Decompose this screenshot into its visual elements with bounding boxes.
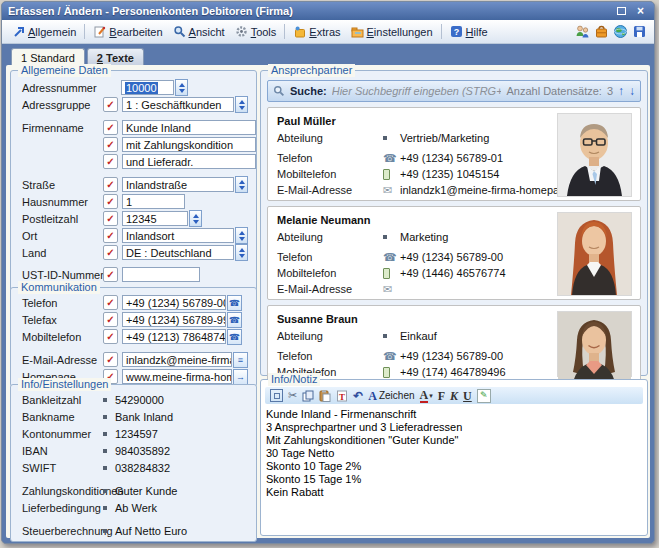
font-color-button[interactable]: A▾ (420, 389, 433, 403)
save-button[interactable] (632, 24, 647, 39)
menu-tools[interactable]: Tools (230, 23, 282, 40)
homepage-open-button[interactable]: → (233, 369, 248, 385)
spinner-down-icon (239, 254, 245, 258)
strasse-checkbox[interactable]: ✓ (103, 177, 118, 192)
strasse-spinner[interactable] (235, 176, 248, 193)
firmenname1-input[interactable]: Kunde Inland (122, 120, 256, 135)
arrow-right-icon: → (236, 372, 245, 382)
adressgruppe-input[interactable]: 1 : Geschäftkunden (122, 97, 234, 112)
menu-ansicht[interactable]: Ansicht (168, 23, 230, 40)
hausnummer-checkbox[interactable]: ✓ (103, 194, 118, 209)
ort-spinner[interactable] (235, 227, 248, 244)
adressgruppe-spinner[interactable] (235, 96, 248, 113)
bullet-icon (383, 334, 387, 338)
land-spinner[interactable] (235, 244, 248, 261)
menu-bearbeiten[interactable]: Bearbeiten (88, 23, 167, 40)
homepage-input[interactable]: www.meine-firma-homepage.de (122, 369, 232, 384)
strasse-input[interactable]: Inlandstraße (122, 177, 234, 192)
firmenname2-checkbox[interactable]: ✓ (103, 137, 118, 152)
note-text-area[interactable]: Kunde Inland - Firmenanschrift 3 Ansprec… (266, 408, 642, 499)
copy-icon[interactable] (302, 390, 314, 402)
web-button[interactable] (613, 24, 628, 39)
next-record-button[interactable]: ↓ (629, 85, 635, 97)
hausnummer-input[interactable]: 1 (122, 194, 185, 209)
email-input[interactable]: inlandzk@meine-firma-homepage.de (122, 352, 232, 367)
mobiltelefon-checkbox[interactable]: ✓ (103, 329, 118, 344)
contact-search-bar[interactable]: Suche: Hier Suchbegriff eingeben (STRG+S… (267, 80, 641, 102)
mobile-phone-icon (383, 169, 390, 180)
edit-note-button[interactable]: ✎ (477, 389, 491, 403)
telefax-checkbox[interactable]: ✓ (103, 312, 118, 327)
package-button[interactable] (594, 24, 609, 39)
group-info-notiz: Info/Notiz ✂ T ↶ AZeichen A▾ F K U ✎ Kun… (260, 379, 648, 536)
plz-input[interactable]: 12345 (122, 211, 188, 226)
prev-record-button[interactable]: ↑ (618, 85, 624, 97)
telefon-label: Telefon (22, 297, 103, 309)
close-button[interactable]: × (633, 5, 648, 18)
info-row: Lieferbedingung Ab Werk (11, 499, 256, 516)
record-count-value: 3 (607, 85, 613, 97)
check-icon: ✓ (106, 355, 114, 365)
adressnummer-input[interactable]: 10000 (121, 80, 174, 95)
contact-card[interactable]: Susanne Braun Abteilung Einkauf Telefon … (267, 305, 641, 381)
ort-input[interactable]: Inlandsort (122, 228, 234, 243)
telefax-label: Telefax (22, 314, 103, 326)
firmenname1-checkbox[interactable]: ✓ (103, 120, 118, 135)
tab-label: 1 Standard (21, 52, 75, 64)
font-page-icon[interactable]: T (336, 390, 348, 402)
menu-hilfe[interactable]: ? Hilfe (445, 23, 493, 40)
email-send-button[interactable]: ≡ (233, 352, 248, 368)
italic-button[interactable]: K (450, 390, 458, 402)
ustid-input[interactable] (122, 267, 200, 282)
telefax-input[interactable]: +49 (1234) 56789-99 (122, 312, 226, 327)
firmenname3-input[interactable]: und Lieferadr. (122, 154, 256, 169)
contacts-sync-button[interactable] (575, 24, 590, 39)
char-format-button[interactable]: AZeichen (368, 390, 414, 402)
select-all-icon[interactable] (270, 389, 283, 402)
menu-extras[interactable]: Extras (288, 23, 345, 40)
briefcase-icon (594, 24, 609, 39)
email-checkbox[interactable]: ✓ (103, 352, 118, 367)
mobiltelefon-dial-button[interactable]: ☎ (227, 329, 242, 345)
menu-einstellungen[interactable]: Einstellungen (346, 23, 438, 40)
telefax-dial-button[interactable]: ☎ (227, 312, 242, 328)
contact-card[interactable]: Paul Müller Abteilung Vertrieb/Marketing… (267, 107, 641, 201)
firmenname2-input[interactable]: mit Zahlungskondition (122, 137, 256, 152)
adressnummer-spinner[interactable] (175, 79, 188, 96)
form-row: Telefax ✓ +49 (1234) 56789-99 ☎ (11, 311, 256, 328)
land-input[interactable]: DE : Deutschland (122, 245, 234, 260)
group-title: Info/Einstellungen (18, 378, 111, 391)
mobiltelefon-input[interactable]: +49 (1213) 7864874 (122, 329, 226, 344)
bold-button[interactable]: F (438, 390, 445, 402)
gear-icon (235, 25, 248, 38)
cut-icon[interactable]: ✂ (288, 390, 297, 401)
bullet-icon (103, 398, 107, 402)
info-value: 038284832 (115, 462, 170, 474)
menu-label: Einstellungen (367, 26, 433, 38)
form-row: ✓ und Lieferadr. (11, 153, 256, 170)
phone-icon: ☎ (229, 298, 240, 308)
restore-button[interactable] (614, 5, 629, 18)
menu-allgemein[interactable]: Allgemein (7, 23, 81, 40)
plz-spinner[interactable] (189, 210, 202, 227)
plz-checkbox[interactable]: ✓ (103, 211, 118, 226)
ustid-checkbox[interactable]: ✓ (103, 267, 118, 282)
undo-icon[interactable]: ↶ (353, 390, 363, 402)
ort-checkbox[interactable]: ✓ (103, 228, 118, 243)
firmenname3-checkbox[interactable]: ✓ (103, 154, 118, 169)
info-value: Bank Inland (115, 411, 173, 423)
telefon-checkbox[interactable]: ✓ (103, 295, 118, 310)
mobile-phone-icon (383, 367, 390, 378)
paste-icon[interactable] (319, 390, 331, 402)
adressgruppe-checkbox[interactable]: ✓ (103, 97, 118, 112)
form-row: Postleitzahl ✓ 12345 (11, 210, 256, 227)
land-checkbox[interactable]: ✓ (103, 245, 118, 260)
telefon-dial-button[interactable]: ☎ (227, 295, 242, 311)
mobile-icon-wrap (383, 268, 400, 279)
contact-card[interactable]: Melanie Neumann Abteilung Marketing Tele… (267, 206, 641, 300)
underline-button[interactable]: U (463, 390, 472, 402)
mail-lines-icon: ≡ (238, 355, 243, 365)
titlebar[interactable]: Erfassen / Ändern - Personenkonten Debit… (2, 2, 654, 20)
search-input[interactable]: Hier Suchbegriff eingeben (STRG+S) (332, 85, 502, 97)
telefon-input[interactable]: +49 (1234) 56789-00 (122, 295, 226, 310)
